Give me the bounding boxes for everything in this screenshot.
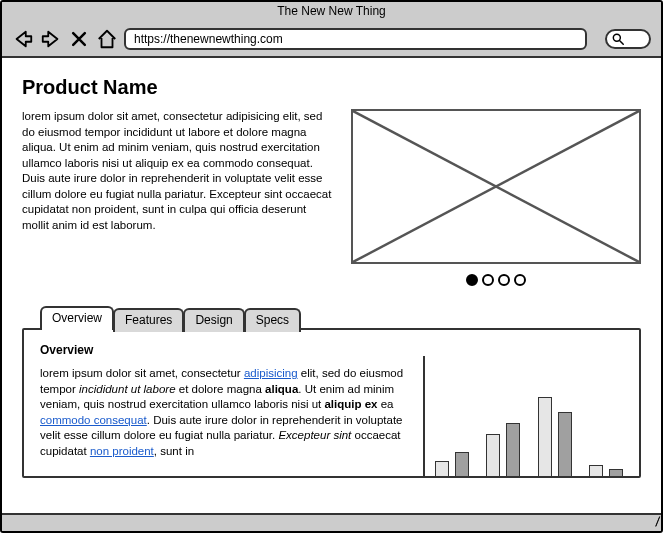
- tab-panel: Overview lorem ipsum dolor sit amet, con…: [22, 328, 641, 478]
- back-icon[interactable]: [12, 28, 34, 50]
- chart-bar: [455, 452, 469, 476]
- search-icon: [611, 32, 625, 46]
- nav-toolbar: [12, 28, 651, 50]
- placeholder-image[interactable]: [351, 109, 641, 264]
- intro-row: lorem ipsum dolor sit amet, consectetur …: [22, 109, 641, 286]
- chart-bar: [609, 469, 623, 476]
- page-content: Product Name lorem ipsum dolor sit amet,…: [2, 58, 661, 511]
- home-icon[interactable]: [96, 28, 118, 50]
- window-title: The New New Thing: [2, 4, 661, 18]
- chart-bar: [486, 434, 500, 476]
- panel-body: Overview lorem ipsum dolor sit amet, con…: [40, 342, 409, 476]
- tab-overview[interactable]: Overview: [40, 306, 114, 330]
- status-bar: ⁄⁄: [2, 513, 661, 531]
- stop-icon[interactable]: [68, 28, 90, 50]
- tab-features[interactable]: Features: [113, 308, 184, 332]
- chart-bar: [589, 465, 603, 476]
- chart-bar: [538, 397, 552, 476]
- carousel-dot-3[interactable]: [498, 274, 510, 286]
- carousel-dot-2[interactable]: [482, 274, 494, 286]
- panel-heading: Overview: [40, 342, 409, 358]
- search-button[interactable]: [605, 29, 651, 49]
- carousel-dots: [351, 274, 641, 286]
- chart-bar: [435, 461, 449, 476]
- browser-chrome: The New New Thing: [2, 2, 661, 58]
- page-title: Product Name: [22, 76, 641, 99]
- panel-paragraph: lorem ipsum dolor sit amet, consectetur …: [40, 366, 409, 459]
- tab-strip: Overview Features Design Specs: [40, 306, 641, 330]
- resize-grip-icon[interactable]: ⁄⁄: [655, 514, 658, 529]
- chart-bar: [558, 412, 572, 476]
- carousel-dot-1[interactable]: [466, 274, 478, 286]
- tabs: Overview Features Design Specs Overview …: [22, 306, 641, 478]
- carousel-dot-4[interactable]: [514, 274, 526, 286]
- forward-icon[interactable]: [40, 28, 62, 50]
- chart-bar: [506, 423, 520, 476]
- image-carousel: [351, 109, 641, 286]
- tab-design[interactable]: Design: [183, 308, 244, 332]
- product-description: lorem ipsum dolor sit amet, consectetur …: [22, 109, 333, 233]
- url-input[interactable]: [124, 28, 587, 50]
- tab-specs[interactable]: Specs: [244, 308, 301, 332]
- chart: [423, 356, 623, 476]
